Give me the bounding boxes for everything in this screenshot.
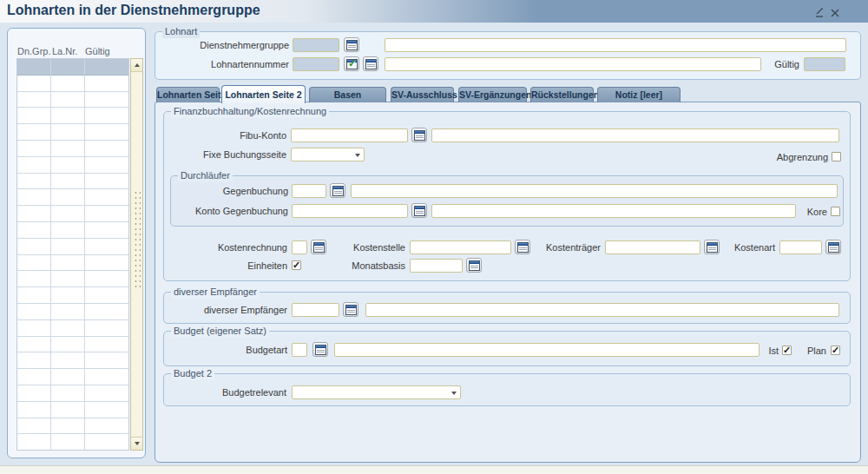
monatsbasis-input[interactable] — [410, 259, 463, 273]
lohnartennummer-lov-button[interactable] — [363, 56, 378, 71]
table-cell[interactable] — [17, 337, 51, 353]
fibu-konto-lov-button[interactable] — [411, 128, 427, 142]
table-cell[interactable] — [17, 189, 51, 206]
tab-lohnarten-seite-1[interactable]: Lohnarten Seite 1 — [156, 87, 220, 102]
table-cell[interactable] — [17, 92, 51, 109]
table-cell[interactable] — [85, 92, 129, 109]
table-cell[interactable] — [17, 434, 51, 451]
table-cell[interactable] — [85, 287, 129, 304]
table-cell[interactable] — [17, 239, 51, 255]
table-cell[interactable] — [85, 76, 129, 92]
table-cell[interactable] — [85, 304, 129, 320]
lohnartennummer-code-input[interactable] — [293, 57, 339, 71]
table-cell[interactable] — [85, 189, 129, 206]
budgetart-name-input[interactable] — [334, 343, 760, 357]
table-cell[interactable] — [17, 108, 51, 124]
table-cell[interactable] — [51, 385, 85, 402]
restore-window-icon[interactable] — [814, 6, 825, 16]
gegenbuchung-name-input[interactable] — [351, 184, 838, 198]
table-cell[interactable] — [51, 189, 85, 206]
table-cell[interactable] — [85, 434, 129, 451]
table-cell[interactable] — [17, 369, 51, 385]
table-cell[interactable] — [17, 287, 51, 304]
lohnartennummer-ok-button[interactable]: ✓ — [344, 56, 359, 71]
table-cell[interactable] — [51, 222, 85, 239]
dienstnehmergruppe-code-input[interactable] — [293, 38, 339, 52]
table-cell[interactable] — [51, 108, 85, 124]
dienstnehmergruppe-lov-button[interactable] — [344, 37, 359, 52]
table-cell[interactable] — [17, 76, 51, 92]
table-cell[interactable] — [85, 124, 129, 141]
table-cell[interactable] — [17, 255, 51, 272]
fibu-konto-name-input[interactable] — [431, 128, 839, 142]
table-cell[interactable] — [51, 402, 85, 418]
table-cell[interactable] — [51, 206, 85, 222]
table-cell[interactable] — [85, 108, 129, 124]
table-cell[interactable] — [17, 271, 51, 287]
monatsbasis-lov-button[interactable] — [466, 258, 482, 273]
gueltig-input[interactable] — [804, 57, 845, 71]
konto-gegenbuchung-lov-button[interactable] — [411, 203, 427, 218]
table-cell[interactable] — [17, 385, 51, 402]
diverser-empfaenger-code-input[interactable] — [292, 303, 339, 317]
table-cell[interactable] — [51, 124, 85, 141]
table-cell[interactable] — [51, 255, 85, 272]
table-cell[interactable] — [51, 304, 85, 320]
abgrenzung-checkbox[interactable] — [832, 152, 841, 161]
kostenstelle-input[interactable] — [410, 240, 511, 254]
tab-rueckstellungen[interactable]: Rückstellungen — [530, 87, 594, 102]
table-cell[interactable] — [51, 369, 85, 385]
table-cell[interactable] — [85, 271, 129, 287]
table-cell[interactable] — [17, 174, 51, 190]
kostenart-lov-button[interactable] — [825, 240, 841, 254]
table-cell[interactable] — [85, 157, 129, 174]
table-cell[interactable] — [85, 402, 129, 418]
list-scrollbar[interactable] — [130, 58, 143, 451]
konto-gegenbuchung-name-input[interactable] — [431, 204, 796, 218]
table-cell[interactable] — [51, 174, 85, 190]
table-cell[interactable] — [85, 418, 129, 435]
kostenart-input[interactable] — [779, 240, 822, 254]
einheiten-checkbox[interactable]: ✓ — [292, 260, 301, 270]
table-cell[interactable] — [51, 418, 85, 435]
table-cell[interactable] — [17, 206, 51, 222]
budgetrelevant-select[interactable] — [292, 385, 461, 399]
wage-type-table[interactable] — [16, 58, 129, 451]
fixe-buchungsseite-select[interactable] — [291, 148, 365, 161]
table-cell[interactable] — [17, 402, 51, 418]
table-cell[interactable] — [51, 352, 85, 369]
table-cell[interactable] — [51, 271, 85, 287]
table-cell[interactable] — [17, 124, 51, 141]
table-cell[interactable] — [85, 141, 129, 157]
tab-lohnarten-seite-2[interactable]: Lohnarten Seite 2 — [221, 85, 306, 103]
table-cell[interactable] — [51, 92, 85, 109]
table-cell[interactable] — [51, 320, 85, 337]
table-cell[interactable] — [51, 337, 85, 353]
gegenbuchung-input[interactable] — [292, 184, 326, 198]
plan-checkbox[interactable]: ✓ — [831, 346, 840, 355]
kostenrechnung-lov-button[interactable] — [311, 240, 326, 254]
table-cell[interactable] — [85, 174, 129, 190]
diverser-empfaenger-name-input[interactable] — [365, 303, 839, 317]
konto-gegenbuchung-input[interactable] — [292, 204, 408, 218]
table-cell[interactable] — [85, 385, 129, 402]
table-cell[interactable] — [17, 320, 51, 337]
table-cell[interactable] — [51, 141, 85, 157]
table-cell[interactable] — [51, 157, 85, 174]
table-cell[interactable] — [17, 222, 51, 239]
table-cell[interactable] — [51, 434, 85, 451]
table-cell[interactable] — [85, 59, 129, 76]
table-cell[interactable] — [85, 239, 129, 255]
table-cell[interactable] — [51, 239, 85, 255]
table-cell[interactable] — [85, 337, 129, 353]
lohnartennummer-name-input[interactable] — [385, 57, 761, 71]
kostentraeger-input[interactable] — [605, 240, 700, 254]
table-cell[interactable] — [51, 59, 85, 76]
tab-notiz[interactable]: Notiz [leer] — [597, 87, 681, 102]
table-cell[interactable] — [85, 255, 129, 272]
fibu-konto-input[interactable] — [291, 128, 408, 142]
table-cell[interactable] — [17, 304, 51, 320]
table-cell[interactable] — [17, 418, 51, 435]
table-cell[interactable] — [17, 157, 51, 174]
tab-sv-ausschluss[interactable]: SV-Ausschluss — [391, 87, 454, 102]
